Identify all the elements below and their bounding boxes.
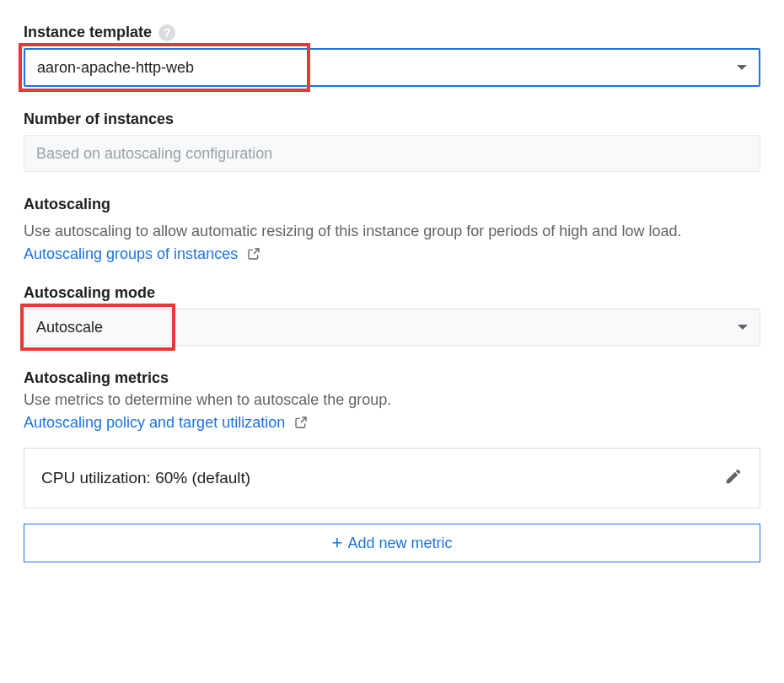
external-link-icon [294, 413, 308, 436]
add-metric-button[interactable]: + Add new metric [24, 524, 760, 562]
autoscaling-mode-select[interactable]: Autoscale [24, 309, 760, 346]
num-instances-placeholder: Based on autoscaling configuration [36, 145, 272, 163]
metric-card-text: CPU utilization: 60% (default) [41, 469, 250, 487]
chevron-down-icon [737, 65, 747, 70]
instance-template-label: Instance template [24, 24, 152, 41]
plus-icon: + [332, 534, 343, 552]
autoscaling-mode-label: Autoscaling mode [24, 284, 155, 302]
autoscaling-heading: Autoscaling [24, 196, 110, 213]
autoscaling-metrics-heading: Autoscaling metrics [24, 369, 169, 387]
edit-icon[interactable] [724, 467, 743, 489]
metric-card[interactable]: CPU utilization: 60% (default) [24, 448, 760, 508]
autoscaling-metrics-link[interactable]: Autoscaling policy and target utilizatio… [24, 414, 285, 431]
autoscaling-desc-wrap: Use autoscaling to allow automatic resiz… [24, 220, 760, 267]
num-instances-field: Based on autoscaling configuration [24, 135, 760, 172]
chevron-down-icon [738, 325, 748, 330]
help-icon[interactable]: ? [158, 24, 175, 41]
external-link-icon [247, 245, 260, 267]
autoscaling-link[interactable]: Autoscaling groups of instances [24, 245, 238, 262]
add-metric-label: Add new metric [347, 535, 452, 552]
instance-template-select[interactable]: aaron-apache-http-web [24, 48, 760, 87]
autoscaling-metrics-desc: Use metrics to determine when to autosca… [24, 389, 760, 411]
num-instances-label: Number of instances [24, 110, 174, 128]
instance-template-value: aaron-apache-http-web [37, 59, 194, 77]
autoscaling-desc: Use autoscaling to allow automatic resiz… [24, 223, 681, 239]
autoscaling-mode-value: Autoscale [36, 319, 103, 336]
